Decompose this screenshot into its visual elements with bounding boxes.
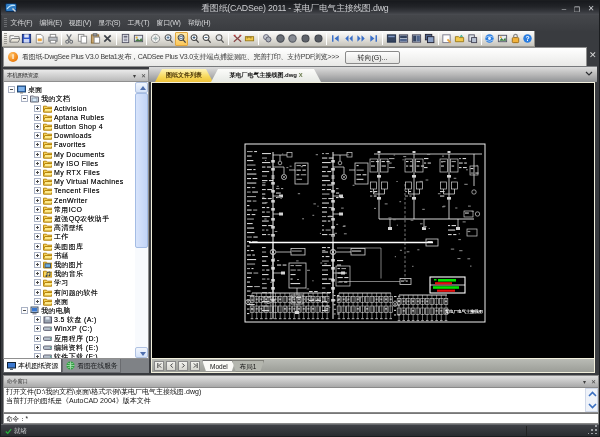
tab-close-icon[interactable]: x (299, 71, 303, 78)
tree-expander-plus-icon[interactable] (34, 197, 41, 204)
tree-item[interactable]: 书籍 (34, 251, 69, 260)
background-custom-button[interactable] (312, 32, 325, 46)
tree-item[interactable]: 常用ICO (34, 205, 82, 214)
menu-view[interactable]: 视图(V) (67, 15, 92, 31)
tile-vertical-button[interactable] (410, 32, 423, 46)
tree-expander-plus-icon[interactable] (34, 316, 41, 323)
tree-item[interactable]: 我的图片 (34, 260, 83, 269)
menu-grip[interactable] (4, 18, 7, 28)
cascade-button[interactable] (423, 32, 436, 46)
tree-item[interactable]: Favorites (34, 140, 86, 149)
command-close-icon[interactable]: ✕ (589, 378, 598, 385)
tree-item[interactable]: 美图图库 (34, 242, 83, 251)
previous-drawing-button[interactable] (342, 32, 355, 46)
open-button[interactable] (8, 32, 21, 46)
tree-expander-plus-icon[interactable] (34, 289, 41, 296)
tree-item[interactable]: 我的电脑 (21, 306, 70, 315)
tree-expander-plus-icon[interactable] (34, 151, 41, 158)
zoom-previous-button[interactable] (213, 32, 226, 46)
tree-item[interactable]: 超强QQ农牧助手 (34, 214, 110, 223)
minimize-button[interactable]: – (559, 5, 569, 13)
tree-item[interactable]: 编辑资料 (E:) (34, 343, 98, 352)
tree-expander-plus-icon[interactable] (34, 160, 41, 167)
tree-item[interactable]: Tencent Files (34, 186, 100, 195)
background-black-button[interactable] (274, 32, 287, 46)
menu-help[interactable]: 帮助(H) (186, 15, 212, 31)
next-drawing-button[interactable] (355, 32, 368, 46)
lock-button[interactable] (509, 32, 522, 46)
tree-item[interactable]: 学习 (34, 278, 69, 287)
tree-expander-plus-icon[interactable] (34, 114, 41, 121)
close-button[interactable]: ✕ (586, 5, 596, 13)
copy-view-button[interactable] (119, 32, 132, 46)
browser-button[interactable] (484, 32, 497, 46)
paste-button[interactable] (89, 32, 102, 46)
tree-item[interactable]: 3.5 软盘 (A:) (34, 315, 97, 324)
zoom-window-button[interactable] (175, 32, 188, 46)
tree-item[interactable]: 桌面 (8, 85, 43, 94)
tree-expander-plus-icon[interactable] (34, 233, 41, 240)
measure-button[interactable] (231, 32, 244, 46)
area-button[interactable] (243, 32, 256, 46)
tab-model[interactable]: Model (202, 360, 236, 372)
menu-window[interactable]: 窗口(W) (155, 15, 182, 31)
maximize-button[interactable]: ❐ (572, 5, 582, 13)
tree-item[interactable]: 工作 (34, 232, 69, 241)
tree-expander-plus-icon[interactable] (34, 261, 41, 268)
save-button[interactable] (21, 32, 34, 46)
tree-expander-plus-icon[interactable] (34, 123, 41, 130)
command-scrollbar[interactable] (585, 388, 598, 412)
last-drawing-button[interactable] (367, 32, 380, 46)
delete-button[interactable] (102, 32, 115, 46)
menu-tools[interactable]: 工具(T) (126, 15, 151, 31)
go-button[interactable]: 转向(G)... (345, 51, 400, 64)
tree-expander-plus-icon[interactable] (34, 178, 41, 185)
tree-expander-plus-icon[interactable] (34, 344, 41, 351)
background-white-button[interactable] (286, 32, 299, 46)
pan-button[interactable] (149, 32, 162, 46)
tree-expander-plus-icon[interactable] (34, 335, 41, 342)
scroll-thumb[interactable] (135, 93, 148, 248)
pin-icon[interactable]: ▾ (130, 72, 139, 79)
prev-layout-button[interactable] (166, 361, 176, 371)
tree-expander-plus-icon[interactable] (34, 243, 41, 250)
tab-layout1[interactable]: 布局1 (232, 360, 265, 372)
scroll-up-icon[interactable] (587, 390, 598, 399)
menu-file[interactable]: 文件(F) (9, 15, 34, 31)
tree-expander-minus-icon[interactable] (21, 95, 28, 102)
copy-button[interactable] (76, 32, 89, 46)
send-button[interactable] (466, 32, 479, 46)
zoom-in-button[interactable] (188, 32, 201, 46)
tab-online-service[interactable]: 看图在线服务 (62, 359, 121, 373)
bitmap-button[interactable] (132, 32, 145, 46)
tree-expander-plus-icon[interactable] (34, 279, 41, 286)
print-button[interactable] (46, 32, 59, 46)
full-screen-button[interactable] (385, 32, 398, 46)
tab-current-drawing[interactable]: 某电厂电气主接线图.dwg x (211, 69, 321, 82)
panel-close-icon[interactable]: ✕ (139, 72, 148, 79)
tree-item[interactable]: ZenWriter (34, 196, 88, 205)
cut-button[interactable] (64, 32, 77, 46)
tree-item[interactable]: 应用程序 (D:) (34, 334, 99, 343)
zoom-out-button[interactable] (200, 32, 213, 46)
new-window-button[interactable] (441, 32, 454, 46)
help-button[interactable]: ? (522, 32, 535, 46)
scroll-down-button[interactable] (135, 347, 148, 358)
tree-item[interactable]: 我的音乐 (34, 269, 83, 278)
next-layout-button[interactable] (178, 361, 188, 371)
menu-edit[interactable]: 编辑(E) (38, 15, 63, 31)
tree-item[interactable]: 软件下载 (F:) (34, 352, 98, 359)
tree-item[interactable]: Aptana Rubles (34, 113, 104, 122)
toolbar-grip[interactable] (4, 33, 7, 44)
tree-expander-plus-icon[interactable] (34, 132, 41, 139)
first-layout-button[interactable] (154, 361, 164, 371)
command-pin-icon[interactable]: ▾ (580, 378, 589, 385)
tree-expander-plus-icon[interactable] (34, 298, 41, 305)
tree-item[interactable]: My RTX Files (34, 168, 100, 177)
command-input[interactable]: 命令：* (3, 413, 599, 424)
resize-grip[interactable] (588, 425, 597, 434)
tree-expander-plus-icon[interactable] (34, 141, 41, 148)
tree-expander-plus-icon[interactable] (34, 206, 41, 213)
tree-item[interactable]: My Virtual Machines (34, 177, 124, 186)
tree-expander-plus-icon[interactable] (34, 105, 41, 112)
